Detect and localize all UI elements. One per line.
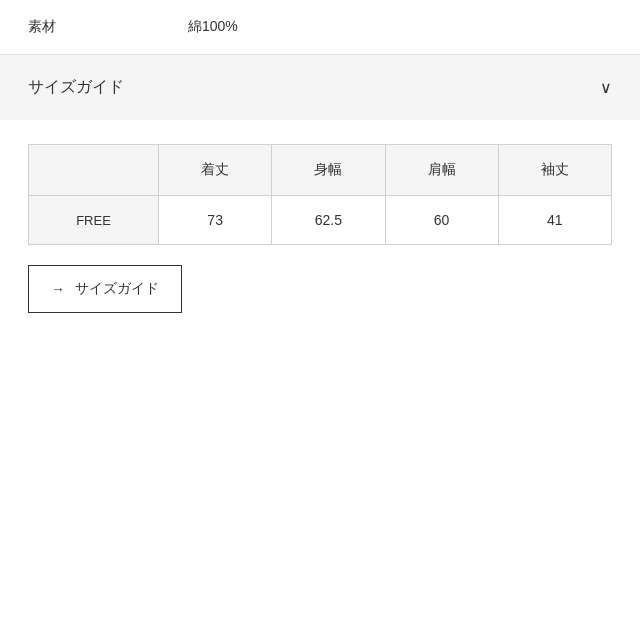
size-value-kitage: 73 bbox=[159, 196, 272, 245]
size-guide-button[interactable]: → サイズガイド bbox=[28, 265, 182, 313]
material-value: 綿100% bbox=[188, 18, 238, 36]
size-guide-accordion[interactable]: サイズガイド ∨ bbox=[0, 55, 640, 120]
table-corner-cell bbox=[29, 145, 159, 196]
guide-button-label: サイズガイド bbox=[75, 280, 159, 298]
arrow-icon: → bbox=[51, 281, 65, 297]
size-guide-title: サイズガイド bbox=[28, 77, 124, 98]
guide-button-row: → サイズガイド bbox=[0, 265, 640, 343]
size-table-section: 着丈 身幅 肩幅 袖丈 FREE 73 62.5 60 41 bbox=[0, 120, 640, 265]
table-header-mihaba: 身幅 bbox=[272, 145, 385, 196]
material-row: 素材 綿100% bbox=[0, 0, 640, 55]
material-label: 素材 bbox=[28, 18, 188, 36]
table-header-kitage: 着丈 bbox=[159, 145, 272, 196]
size-label-free: FREE bbox=[29, 196, 159, 245]
table-header-sodekake: 袖丈 bbox=[498, 145, 611, 196]
size-value-sodekake: 41 bbox=[498, 196, 611, 245]
size-value-katahaba: 60 bbox=[385, 196, 498, 245]
size-value-mihaba: 62.5 bbox=[272, 196, 385, 245]
size-table: 着丈 身幅 肩幅 袖丈 FREE 73 62.5 60 41 bbox=[28, 144, 612, 245]
chevron-down-icon: ∨ bbox=[600, 78, 612, 97]
table-header-katahaba: 肩幅 bbox=[385, 145, 498, 196]
table-row: FREE 73 62.5 60 41 bbox=[29, 196, 612, 245]
